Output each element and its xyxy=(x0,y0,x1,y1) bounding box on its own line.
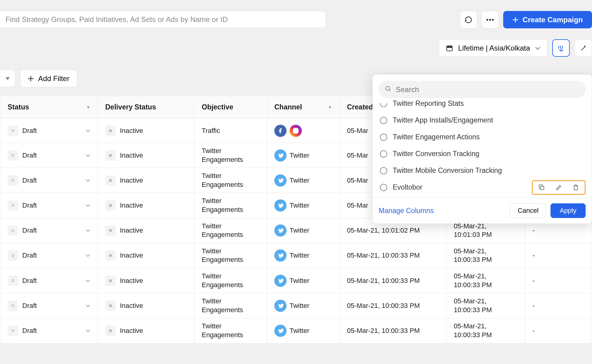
last-cell: - xyxy=(525,243,592,268)
chevron-down-icon xyxy=(535,46,540,50)
manage-columns-link[interactable]: Manage Columns xyxy=(379,207,434,215)
columns-search-input[interactable] xyxy=(379,81,586,98)
chevron-down-icon[interactable] xyxy=(85,204,90,207)
table-row[interactable]: Draft Inactive TwitterEngagements Twitte… xyxy=(0,293,592,318)
column-option[interactable]: Twitter Reporting Stats xyxy=(379,99,586,112)
created-cell: 05-Mar-21, 10:00:33 PM xyxy=(340,268,446,293)
status-indicator xyxy=(8,126,18,136)
created-cell: 05-Mar-21, 10:00:33 PM xyxy=(340,318,446,343)
column-option-actions xyxy=(532,180,586,195)
objective-cell: TwitterEngagements xyxy=(194,318,267,343)
copy-icon[interactable] xyxy=(538,184,545,191)
column-option[interactable]: Evoltobor xyxy=(379,179,586,196)
objective-cell: TwitterEngagements xyxy=(194,143,267,168)
twitter-icon xyxy=(274,275,287,287)
create-campaign-label: Create Campaign xyxy=(523,16,583,24)
objective-cell: TwitterEngagements xyxy=(194,218,267,243)
add-filter-button[interactable]: Add Filter xyxy=(20,70,77,87)
header-status[interactable]: Status▼ xyxy=(0,96,98,119)
modified-cell: 05-Mar-21,10:00:33 PM xyxy=(446,318,525,343)
header-channel[interactable]: Channel▼ xyxy=(267,96,340,119)
magic-button[interactable] xyxy=(575,39,592,57)
header-objective[interactable]: Objective xyxy=(194,96,267,119)
chevron-down-icon[interactable] xyxy=(85,254,90,257)
svg-rect-22 xyxy=(540,186,544,190)
svg-point-1 xyxy=(489,19,491,21)
columns-toggle-icon xyxy=(558,45,565,52)
channel-label: Twitter xyxy=(290,302,309,310)
chevron-down-icon[interactable] xyxy=(85,154,90,157)
channel-label: Twitter xyxy=(290,252,309,259)
header-status-label: Status xyxy=(8,103,29,111)
apply-button[interactable]: Apply xyxy=(550,203,586,218)
channel-label: Twitter xyxy=(290,152,309,159)
last-cell: - xyxy=(525,268,592,293)
status-indicator xyxy=(8,200,18,211)
twitter-icon xyxy=(274,300,287,312)
twitter-icon xyxy=(274,325,287,337)
objective-cell: TwitterEngagements xyxy=(194,268,267,293)
delivery-indicator xyxy=(105,200,116,211)
chevron-down-icon[interactable] xyxy=(85,304,90,307)
status-label: Draft xyxy=(22,202,37,209)
delivery-indicator xyxy=(105,276,116,286)
delivery-label: Inactive xyxy=(120,177,143,184)
table-row[interactable]: Draft Inactive TwitterEngagements Twitte… xyxy=(0,243,592,268)
filter-dropdown-stub[interactable] xyxy=(0,70,15,87)
svg-point-0 xyxy=(486,19,488,21)
columns-toggle-button[interactable] xyxy=(552,39,570,57)
radio-icon xyxy=(380,150,387,158)
refresh-button[interactable] xyxy=(460,11,477,28)
chevron-down-icon[interactable] xyxy=(85,129,90,132)
cancel-button[interactable]: Cancel xyxy=(510,203,546,218)
facebook-icon xyxy=(274,125,287,137)
header-channel-label: Channel xyxy=(274,103,302,111)
column-option[interactable]: Twitter Conversion Tracking xyxy=(379,145,586,162)
last-cell: - xyxy=(525,318,592,343)
svg-point-18 xyxy=(294,130,297,132)
table-row[interactable]: Draft Inactive TwitterEngagements Twitte… xyxy=(0,268,592,293)
chevron-down-icon[interactable] xyxy=(85,229,90,232)
chevron-down-icon[interactable] xyxy=(85,329,90,332)
header-delivery-label: Delivery Status xyxy=(105,103,156,111)
delivery-indicator xyxy=(105,150,116,161)
date-range-label: Lifetime | Asia/Kolkata xyxy=(458,44,530,52)
delivery-indicator xyxy=(105,326,116,336)
columns-popup: Twitter Reporting StatsTwitter App Insta… xyxy=(372,74,592,224)
status-label: Draft xyxy=(22,227,37,234)
column-option-label: Evoltobor xyxy=(393,183,422,191)
global-search-input[interactable] xyxy=(0,11,326,28)
status-indicator xyxy=(8,276,18,286)
status-indicator xyxy=(8,326,18,336)
magic-wand-icon xyxy=(580,45,587,52)
header-delivery[interactable]: Delivery Status xyxy=(98,96,194,119)
objective-cell: TwitterEngagements xyxy=(194,293,267,318)
column-option[interactable]: Twitter Mobile Conversion Tracking xyxy=(379,162,586,179)
created-cell: 05-Mar-21, 10:00:33 PM xyxy=(340,293,446,318)
created-cell: 05-Mar-21, 10:00:33 PM xyxy=(340,243,446,268)
edit-icon[interactable] xyxy=(555,184,562,191)
column-option-label: Twitter App Installs/Engagement xyxy=(393,116,493,124)
plus-icon xyxy=(512,17,518,23)
delivery-label: Inactive xyxy=(120,202,143,209)
delivery-label: Inactive xyxy=(120,152,143,159)
column-option[interactable]: Twitter Engagement Actions xyxy=(379,129,586,145)
svg-point-19 xyxy=(297,129,298,129)
trash-icon[interactable] xyxy=(572,184,579,191)
more-button[interactable] xyxy=(482,11,499,28)
modified-cell: 05-Mar-21,10:00:33 PM xyxy=(446,293,525,318)
status-indicator xyxy=(8,250,18,261)
caret-down-icon xyxy=(5,77,10,80)
modified-cell: 05-Mar-21,10:00:33 PM xyxy=(446,268,525,293)
channel-label: Twitter xyxy=(290,202,309,209)
column-option-label: Twitter Conversion Tracking xyxy=(393,150,479,158)
chevron-down-icon[interactable] xyxy=(85,279,90,282)
date-range-selector[interactable]: Lifetime | Asia/Kolkata xyxy=(439,39,547,57)
create-campaign-button[interactable]: Create Campaign xyxy=(503,11,592,28)
table-row[interactable]: Draft Inactive TwitterEngagements Twitte… xyxy=(0,318,592,343)
chevron-down-icon[interactable] xyxy=(85,179,90,182)
delivery-label: Inactive xyxy=(120,127,143,135)
delivery-label: Inactive xyxy=(120,227,143,234)
column-option[interactable]: Twitter App Installs/Engagement xyxy=(379,112,586,129)
radio-icon xyxy=(380,167,387,174)
